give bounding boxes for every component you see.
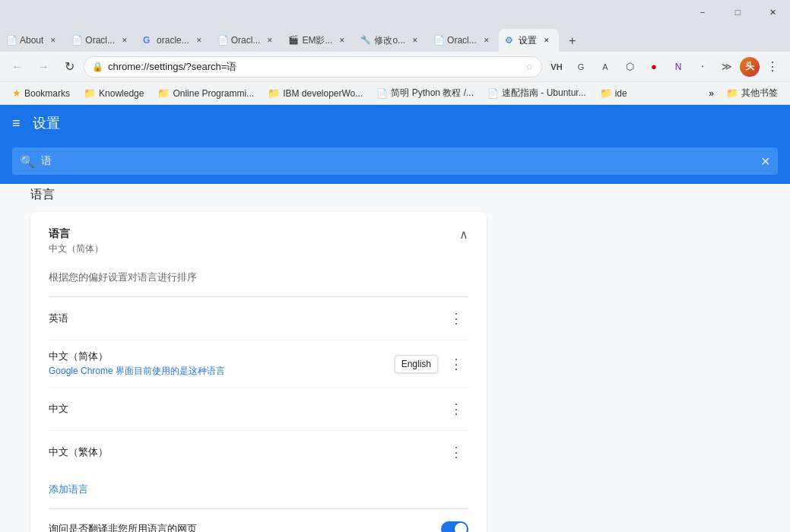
settings-header: ≡ 设置 bbox=[0, 105, 790, 141]
tab-about[interactable]: 📄About✕ bbox=[0, 29, 65, 52]
tab-oracle4[interactable]: 📄Oracl...✕ bbox=[427, 29, 499, 52]
extension-vh-button[interactable]: VH bbox=[545, 55, 568, 78]
language-item-english: 英语 ⋮ bbox=[49, 297, 468, 340]
page-section-title: 语言 bbox=[30, 187, 760, 203]
tab-close-oracle3[interactable]: ✕ bbox=[264, 34, 276, 46]
tab-icon-settings: ⚙ bbox=[505, 35, 516, 46]
online-programming-folder-icon: 📁 bbox=[157, 87, 170, 99]
language-options-english[interactable]: ⋮ bbox=[444, 306, 468, 331]
tab-label-oracle2: oracle... bbox=[157, 35, 189, 46]
bookmark-ibm[interactable]: 📁 IBM developerWo... bbox=[262, 84, 369, 103]
tab-label-settings: 设置 bbox=[519, 34, 537, 47]
extension-pocket-button[interactable]: ⬡ bbox=[618, 55, 641, 78]
minimize-button[interactable]: − bbox=[685, 0, 720, 24]
settings-top: ≡ 设置 🔍 ✕ bbox=[0, 105, 790, 184]
language-note-chinese-simplified: Google Chrome 界面目前使用的是这种语言 bbox=[49, 365, 395, 378]
tab-label-em: EM影... bbox=[302, 34, 332, 47]
tab-oracle3[interactable]: 📄Oracl...✕ bbox=[211, 29, 283, 52]
forward-button[interactable]: → bbox=[32, 55, 55, 78]
settings-title: 设置 bbox=[33, 114, 60, 132]
tab-label-oracle1: Oracl... bbox=[85, 35, 115, 46]
add-language-link[interactable]: 添加语言 bbox=[49, 483, 88, 496]
tab-em[interactable]: 🎬EM影...✕ bbox=[282, 29, 354, 52]
tab-icon-oracle3: 📄 bbox=[217, 35, 228, 46]
translate-toggle[interactable] bbox=[441, 521, 468, 532]
ubuntu-page-icon: 📄 bbox=[487, 88, 499, 99]
close-button[interactable]: ✕ bbox=[755, 0, 790, 24]
tab-label-about: About bbox=[20, 35, 43, 46]
bookmark-ide[interactable]: 📁 ide bbox=[594, 84, 633, 103]
bookmark-online-programming[interactable]: 📁 Online Programmi... bbox=[151, 84, 260, 103]
other-folder-icon: 📁 bbox=[726, 87, 738, 99]
more-menu-button[interactable]: ⋮ bbox=[761, 55, 784, 78]
settings-search-bar[interactable]: 🔍 ✕ bbox=[12, 147, 778, 175]
language-options-chinese-simplified[interactable]: ⋮ bbox=[444, 352, 468, 376]
bookmarks-folder-icon: ★ bbox=[12, 87, 21, 99]
language-options-chinese[interactable]: ⋮ bbox=[444, 397, 468, 421]
settings-card: 语言 中文（简体） ∧ 根据您的偏好设置对语言进行排序 英语 ⋮ bbox=[30, 212, 487, 532]
bookmark-knowledge[interactable]: 📁 Knowledge bbox=[78, 84, 150, 103]
tab-close-about[interactable]: ✕ bbox=[47, 34, 59, 46]
title-bar-buttons: − □ ✕ bbox=[685, 0, 790, 24]
tab-oracle1[interactable]: 📄Oracl...✕ bbox=[65, 29, 137, 52]
extension-list-button[interactable]: ≫ bbox=[715, 55, 738, 78]
tab-icon-xiugai: 🔧 bbox=[360, 35, 371, 46]
language-name-chinese: 中文 bbox=[49, 402, 444, 416]
more-bookmarks-button[interactable]: » bbox=[704, 84, 719, 103]
tab-xiugai[interactable]: 🔧修改o...✕ bbox=[354, 29, 427, 52]
card-section-subtitle: 中文（简体） bbox=[49, 242, 103, 255]
python-page-icon: 📄 bbox=[376, 88, 388, 99]
tab-settings[interactable]: ⚙设置✕ bbox=[499, 29, 559, 52]
toggle-knob bbox=[455, 523, 467, 532]
title-bar: − □ ✕ bbox=[0, 0, 790, 24]
tab-icon-oracle4: 📄 bbox=[433, 35, 444, 46]
toolbar: ← → ↻ 🔒 chrome://settings/?search=语 ☆ VH… bbox=[0, 52, 790, 82]
tab-close-settings[interactable]: ✕ bbox=[541, 34, 553, 46]
settings-page: ≡ 设置 🔍 ✕ 语言 语言 中文（简体） ∧ 根据您的偏好设置对语言进行排序 bbox=[0, 105, 790, 532]
tab-label-oracle4: Oracl... bbox=[447, 35, 477, 46]
tab-close-oracle1[interactable]: ✕ bbox=[119, 34, 131, 46]
bookmark-ibm-label: IBM developerWo... bbox=[283, 88, 363, 99]
extension-extra-button[interactable]: ⬝ bbox=[691, 55, 714, 78]
maximize-button[interactable]: □ bbox=[720, 0, 755, 24]
language-name-chinese-simplified: 中文（简体） bbox=[49, 350, 395, 363]
language-info-english: 英语 bbox=[49, 312, 444, 325]
reload-button[interactable]: ↻ bbox=[58, 55, 81, 78]
settings-search-row: 🔍 ✕ bbox=[0, 141, 790, 184]
bookmark-python[interactable]: 📄 简明 Python 教程 /... bbox=[370, 84, 480, 103]
extension-g-button[interactable]: G bbox=[569, 55, 592, 78]
extension-translate-button[interactable]: A bbox=[594, 55, 617, 78]
bookmark-bookmarks[interactable]: ★ Bookmarks bbox=[6, 84, 76, 103]
bookmark-ubuntu-label: 速配指南 - Ubuntur... bbox=[502, 87, 586, 100]
tab-label-oracle3: Oracl... bbox=[231, 35, 261, 46]
hamburger-icon[interactable]: ≡ bbox=[12, 116, 21, 131]
bookmark-star-icon[interactable]: ☆ bbox=[525, 62, 534, 72]
language-list: 英语 ⋮ 中文（简体） Google Chrome 界面目前使用的是这种语言 E… bbox=[49, 296, 468, 473]
new-tab-button[interactable]: + bbox=[562, 30, 583, 52]
tab-close-oracle4[interactable]: ✕ bbox=[481, 34, 493, 46]
address-bar[interactable]: 🔒 chrome://settings/?search=语 ☆ bbox=[84, 56, 542, 78]
search-clear-icon[interactable]: ✕ bbox=[760, 154, 770, 169]
back-button[interactable]: ← bbox=[6, 55, 29, 78]
extension-lastpass-button[interactable]: ● bbox=[642, 55, 665, 78]
search-input[interactable] bbox=[41, 155, 754, 167]
tab-icon-about: 📄 bbox=[6, 35, 17, 46]
bookmark-ide-label: ide bbox=[615, 88, 627, 99]
bookmark-other[interactable]: 📁 其他书签 bbox=[720, 84, 784, 103]
tab-icon-oracle1: 📄 bbox=[71, 35, 82, 46]
tab-icon-em: 🎬 bbox=[288, 35, 299, 46]
security-icon: 🔒 bbox=[92, 62, 103, 72]
tab-close-em[interactable]: ✕ bbox=[336, 34, 348, 46]
language-options-chinese-traditional[interactable]: ⋮ bbox=[444, 440, 468, 464]
extension-onenote-button[interactable]: N bbox=[667, 55, 690, 78]
tab-close-oracle2[interactable]: ✕ bbox=[193, 34, 205, 46]
bookmark-python-label: 简明 Python 教程 /... bbox=[391, 87, 474, 100]
bookmark-online-programming-label: Online Programmi... bbox=[173, 88, 254, 99]
tab-oracle2[interactable]: Goracle...✕ bbox=[137, 29, 211, 52]
bookmark-ubuntu[interactable]: 📄 速配指南 - Ubuntur... bbox=[481, 84, 592, 103]
card-collapse-button[interactable]: ∧ bbox=[459, 227, 468, 242]
profile-avatar[interactable]: 头 bbox=[740, 57, 760, 77]
tab-bar: 📄About✕📄Oracl...✕Goracle...✕📄Oracl...✕🎬E… bbox=[0, 24, 790, 52]
tab-close-xiugai[interactable]: ✕ bbox=[409, 34, 421, 46]
card-section-title: 语言 bbox=[49, 227, 103, 241]
